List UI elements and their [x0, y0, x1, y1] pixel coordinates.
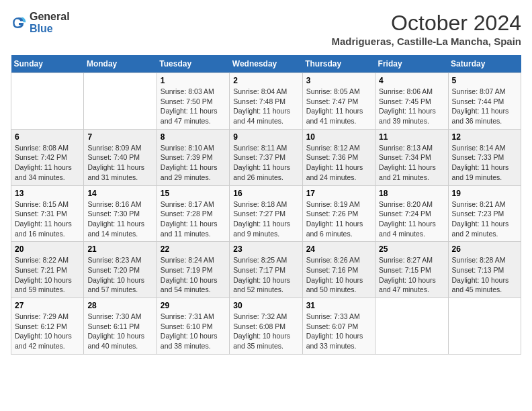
calendar-cell: 19Sunrise: 8:21 AMSunset: 7:23 PMDayligh…	[448, 185, 521, 242]
calendar-cell: 20Sunrise: 8:22 AMSunset: 7:21 PMDayligh…	[11, 242, 84, 298]
day-info: Sunrise: 8:15 AMSunset: 7:31 PMDaylight:…	[15, 199, 80, 239]
calendar-cell: 1Sunrise: 8:03 AMSunset: 7:50 PMDaylight…	[157, 73, 229, 130]
day-info: Sunrise: 8:26 AMSunset: 7:16 PMDaylight:…	[306, 255, 371, 295]
week-row-4: 20Sunrise: 8:22 AMSunset: 7:21 PMDayligh…	[11, 242, 521, 298]
logo-general-text: General	[30, 11, 70, 23]
day-number: 17	[306, 189, 371, 198]
week-row-3: 13Sunrise: 8:15 AMSunset: 7:31 PMDayligh…	[11, 185, 521, 242]
weekday-header-friday: Friday	[375, 55, 448, 73]
calendar-cell: 31Sunrise: 7:33 AMSunset: 6:07 PMDayligh…	[302, 298, 375, 355]
day-info: Sunrise: 8:23 AMSunset: 7:20 PMDaylight:…	[87, 255, 152, 295]
logo-blue-text: Blue	[30, 23, 70, 35]
day-number: 1	[161, 76, 226, 85]
day-number: 15	[161, 189, 226, 198]
day-info: Sunrise: 8:09 AMSunset: 7:40 PMDaylight:…	[87, 143, 152, 183]
day-number: 21	[87, 244, 152, 254]
calendar-cell: 12Sunrise: 8:14 AMSunset: 7:33 PMDayligh…	[448, 129, 521, 185]
day-info: Sunrise: 7:33 AMSunset: 6:07 PMDaylight:…	[306, 312, 371, 351]
weekday-header-monday: Monday	[84, 55, 157, 73]
calendar-cell: 14Sunrise: 8:16 AMSunset: 7:30 PMDayligh…	[84, 185, 157, 242]
calendar-cell: 21Sunrise: 8:23 AMSunset: 7:20 PMDayligh…	[84, 242, 157, 298]
day-info: Sunrise: 8:18 AMSunset: 7:27 PMDaylight:…	[233, 199, 298, 239]
day-info: Sunrise: 8:22 AMSunset: 7:21 PMDaylight:…	[15, 255, 80, 295]
logo-icon	[11, 15, 27, 31]
calendar-cell: 30Sunrise: 7:32 AMSunset: 6:08 PMDayligh…	[230, 298, 302, 355]
day-number: 3	[306, 76, 371, 85]
day-info: Sunrise: 8:13 AMSunset: 7:34 PMDaylight:…	[379, 143, 444, 183]
day-number: 5	[452, 76, 517, 85]
day-number: 9	[233, 132, 298, 142]
day-info: Sunrise: 8:24 AMSunset: 7:19 PMDaylight:…	[161, 255, 226, 295]
calendar-cell: 2Sunrise: 8:04 AMSunset: 7:48 PMDaylight…	[230, 73, 302, 130]
day-number: 30	[233, 301, 298, 310]
day-number: 13	[15, 189, 80, 198]
calendar-cell: 28Sunrise: 7:30 AMSunset: 6:11 PMDayligh…	[84, 298, 157, 355]
calendar-cell: 15Sunrise: 8:17 AMSunset: 7:28 PMDayligh…	[157, 185, 229, 242]
calendar-body: 1Sunrise: 8:03 AMSunset: 7:50 PMDaylight…	[11, 73, 521, 355]
calendar-cell: 8Sunrise: 8:10 AMSunset: 7:39 PMDaylight…	[157, 129, 229, 185]
day-number: 19	[452, 189, 517, 198]
day-number: 8	[161, 132, 226, 142]
weekday-header-thursday: Thursday	[302, 55, 375, 73]
week-row-2: 6Sunrise: 8:08 AMSunset: 7:42 PMDaylight…	[11, 129, 521, 185]
day-number: 2	[233, 76, 298, 85]
calendar-cell: 29Sunrise: 7:31 AMSunset: 6:10 PMDayligh…	[157, 298, 229, 355]
day-number: 27	[15, 301, 80, 310]
calendar-cell: 7Sunrise: 8:09 AMSunset: 7:40 PMDaylight…	[84, 129, 157, 185]
weekday-header-sunday: Sunday	[11, 55, 84, 73]
day-info: Sunrise: 8:17 AMSunset: 7:28 PMDaylight:…	[161, 199, 226, 239]
day-info: Sunrise: 8:06 AMSunset: 7:45 PMDaylight:…	[379, 87, 444, 126]
calendar-cell: 4Sunrise: 8:06 AMSunset: 7:45 PMDaylight…	[375, 73, 448, 130]
weekday-header-saturday: Saturday	[448, 55, 521, 73]
day-number: 7	[87, 132, 152, 142]
day-number: 24	[306, 244, 371, 254]
calendar-table: SundayMondayTuesdayWednesdayThursdayFrid…	[11, 55, 521, 355]
day-number: 20	[15, 244, 80, 254]
calendar-cell: 3Sunrise: 8:05 AMSunset: 7:47 PMDaylight…	[302, 73, 375, 130]
day-number: 12	[452, 132, 517, 142]
day-info: Sunrise: 8:10 AMSunset: 7:39 PMDaylight:…	[161, 143, 226, 183]
day-info: Sunrise: 8:11 AMSunset: 7:37 PMDaylight:…	[233, 143, 298, 183]
weekday-header-wednesday: Wednesday	[230, 55, 302, 73]
day-number: 6	[15, 132, 80, 142]
calendar-cell: 10Sunrise: 8:12 AMSunset: 7:36 PMDayligh…	[302, 129, 375, 185]
weekday-header-tuesday: Tuesday	[157, 55, 229, 73]
calendar-cell: 6Sunrise: 8:08 AMSunset: 7:42 PMDaylight…	[11, 129, 84, 185]
location: Madrigueras, Castille-La Mancha, Spain	[331, 36, 521, 47]
calendar-cell: 11Sunrise: 8:13 AMSunset: 7:34 PMDayligh…	[375, 129, 448, 185]
day-info: Sunrise: 7:30 AMSunset: 6:11 PMDaylight:…	[87, 312, 152, 351]
day-info: Sunrise: 8:14 AMSunset: 7:33 PMDaylight:…	[452, 143, 517, 183]
calendar-cell	[375, 298, 448, 355]
calendar-cell: 22Sunrise: 8:24 AMSunset: 7:19 PMDayligh…	[157, 242, 229, 298]
week-row-5: 27Sunrise: 7:29 AMSunset: 6:12 PMDayligh…	[11, 298, 521, 355]
weekday-header-row: SundayMondayTuesdayWednesdayThursdayFrid…	[11, 55, 521, 73]
day-info: Sunrise: 8:07 AMSunset: 7:44 PMDaylight:…	[452, 87, 517, 126]
day-number: 11	[379, 132, 444, 142]
day-info: Sunrise: 8:03 AMSunset: 7:50 PMDaylight:…	[161, 87, 226, 126]
calendar-cell: 17Sunrise: 8:19 AMSunset: 7:26 PMDayligh…	[302, 185, 375, 242]
calendar-cell: 23Sunrise: 8:25 AMSunset: 7:17 PMDayligh…	[230, 242, 302, 298]
day-info: Sunrise: 8:20 AMSunset: 7:24 PMDaylight:…	[379, 199, 444, 239]
calendar-cell: 16Sunrise: 8:18 AMSunset: 7:27 PMDayligh…	[230, 185, 302, 242]
title-block: October 2024 Madrigueras, Castille-La Ma…	[331, 11, 521, 47]
page-header: General Blue October 2024 Madrigueras, C…	[11, 11, 521, 47]
day-info: Sunrise: 8:16 AMSunset: 7:30 PMDaylight:…	[87, 199, 152, 239]
week-row-1: 1Sunrise: 8:03 AMSunset: 7:50 PMDaylight…	[11, 73, 521, 130]
day-info: Sunrise: 7:32 AMSunset: 6:08 PMDaylight:…	[233, 312, 298, 351]
day-info: Sunrise: 8:05 AMSunset: 7:47 PMDaylight:…	[306, 87, 371, 126]
day-info: Sunrise: 8:28 AMSunset: 7:13 PMDaylight:…	[452, 255, 517, 295]
calendar-header: SundayMondayTuesdayWednesdayThursdayFrid…	[11, 55, 521, 73]
logo-text: General Blue	[30, 11, 70, 34]
day-number: 22	[161, 244, 226, 254]
calendar-cell	[448, 298, 521, 355]
day-info: Sunrise: 8:21 AMSunset: 7:23 PMDaylight:…	[452, 199, 517, 239]
day-info: Sunrise: 8:19 AMSunset: 7:26 PMDaylight:…	[306, 199, 371, 239]
day-number: 18	[379, 189, 444, 198]
day-info: Sunrise: 8:12 AMSunset: 7:36 PMDaylight:…	[306, 143, 371, 183]
day-number: 14	[87, 189, 152, 198]
day-info: Sunrise: 8:08 AMSunset: 7:42 PMDaylight:…	[15, 143, 80, 183]
calendar-cell: 5Sunrise: 8:07 AMSunset: 7:44 PMDaylight…	[448, 73, 521, 130]
day-number: 16	[233, 189, 298, 198]
day-number: 26	[452, 244, 517, 254]
calendar-cell: 27Sunrise: 7:29 AMSunset: 6:12 PMDayligh…	[11, 298, 84, 355]
